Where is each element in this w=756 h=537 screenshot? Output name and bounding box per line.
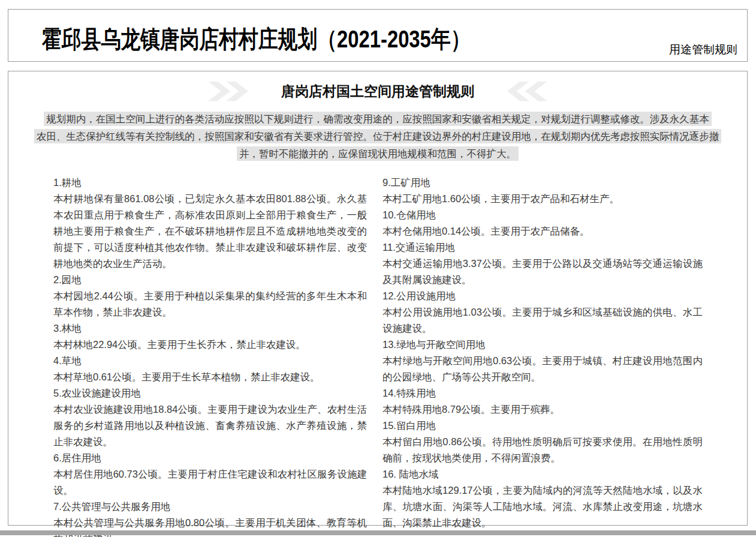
rule-item-body: 本村交通运输用地3.37公顷。主要用于公路以及交通场站等交通运输设施及其附属设施…	[382, 256, 703, 288]
rule-item-title: 6.居住用地	[53, 450, 367, 466]
rule-item-title: 13.绿地与开敞空间用地	[382, 337, 703, 353]
rule-item-title: 15.留白用地	[382, 418, 703, 434]
rule-item-body: 本村园地2.44公顷。主要用于种植以采集果的集约经营的多年生木本和草本作物，禁止…	[53, 288, 367, 320]
rule-item: 16. 陆地水域 本村陆地水域129.17公顷，主要为陆域内的河流等天然陆地水域…	[382, 466, 703, 531]
rule-item-body: 本村绿地与开敞空间用地0.63公顷。主要用于城镇、村庄建设用地范围内的公园绿地、…	[382, 353, 703, 385]
rule-item-title: 3.林地	[53, 320, 367, 337]
intro-line-text: 农田、生态保护红线等有关控制线的，按照国家和安徽省有关要求进行管控。位于村庄建设…	[34, 129, 722, 143]
rule-item: 12.公用设施用地 本村公用设施用地1.03公顷。主要用于城乡和区域基础设施的供…	[382, 288, 703, 337]
rule-item-body: 本村仓储用地0.14公顷。主要用于农产品储备。	[382, 223, 703, 239]
rule-item-title: 12.公用设施用地	[382, 288, 703, 304]
rule-item: 2.园地 本村园地2.44公顷。主要用于种植以采集果的集约经营的多年生木本和草本…	[53, 272, 367, 320]
rules-column-left: 1.耕地 本村耕地保有量861.08公顷，已划定永久基本农田801.88公顷。永…	[53, 175, 367, 537]
intro-line: 农田、生态保护红线等有关控制线的，按照国家和安徽省有关要求进行管控。位于村庄建设…	[8, 128, 747, 145]
rule-item-title: 4.草地	[53, 353, 367, 369]
intro-line-text: 并，暂时不能撤并的，应保留现状用地规模和范围，不得扩大。	[237, 146, 519, 161]
rule-item: 1.耕地 本村耕地保有量861.08公顷，已划定永久基本农田801.88公顷。永…	[53, 175, 367, 272]
section-heading-row: 唐岗店村国土空间用途管制规则	[8, 80, 747, 102]
intro-line: 并，暂时不能撤并的，应保留现状用地规模和范围，不得扩大。	[8, 145, 747, 163]
rule-item-body: 本村陆地水域129.17公顷，主要为陆域内的河流等天然陆地水域，以及水库、坑塘水…	[382, 482, 703, 531]
rule-item: 14.特殊用地 本村特殊用地8.79公顷。主要用于殡葬。	[382, 385, 703, 418]
rule-item: 4.草地 本村草地0.61公顷。主要用于生长草本植物，禁止非农建设。	[53, 353, 367, 385]
chevron-left-icon	[525, 82, 547, 101]
intro-line-text: 规划期内，在国土空间上进行的各类活动应按照以下规则进行，确需改变用途的，应按照国…	[44, 112, 712, 126]
intro-paragraph: 规划期内，在国土空间上进行的各类活动应按照以下规则进行，确需改变用途的，应按照国…	[8, 110, 747, 163]
rule-item: 3.林地 本村林地22.94公顷。主要用于生长乔木，禁止非农建设。	[53, 320, 367, 353]
rule-item-title: 16. 陆地水域	[382, 466, 703, 482]
rule-item-title: 2.园地	[53, 272, 367, 288]
intro-line: 规划期内，在国土空间上进行的各类活动应按照以下规则进行，确需改变用途的，应按照国…	[8, 110, 747, 128]
content-box: 唐岗店村国土空间用途管制规则 规划期内，在国土空间上进行的各类活动应按照以下规则…	[8, 71, 748, 526]
rule-item: 13.绿地与开敞空间用地 本村绿地与开敞空间用地0.63公顷。主要用于城镇、村庄…	[382, 337, 703, 385]
rule-item-title: 1.耕地	[53, 175, 367, 191]
rule-item-body: 本村农业设施建设用地18.84公顷。主要用于建设为农业生产、农村生活服务的乡村道…	[53, 401, 367, 450]
rule-item-body: 本村草地0.61公顷。主要用于生长草本植物，禁止非农建设。	[53, 369, 367, 385]
rule-item: 9.工矿用地 本村工矿用地1.60公顷，主要用于农产品和石材生产。	[382, 175, 703, 207]
rule-item-body: 本村居住用地60.73公顷。主要用于村庄住宅建设和农村社区服务设施建设。	[53, 466, 367, 499]
rule-item-title: 14.特殊用地	[382, 385, 703, 401]
header-box: 霍邱县乌龙镇唐岗店村村庄规划（2021-2035年） 用途管制规则	[8, 9, 748, 62]
rule-item-title: 11.交通运输用地	[382, 239, 703, 256]
rule-item: 5.农业设施建设用地 本村农业设施建设用地18.84公顷。主要用于建设为农业生产…	[53, 385, 367, 450]
rule-item: 11.交通运输用地 本村交通运输用地3.37公顷。主要用于公路以及交通场站等交通…	[382, 239, 703, 288]
rule-item-title: 7.公共管理与公共服务用地	[53, 499, 367, 515]
double-chevron-left-icon	[507, 82, 547, 101]
rule-item-body: 本村耕地保有量861.08公顷，已划定永久基本农田801.88公顷。永久基本农田…	[53, 191, 367, 272]
rule-item-title: 9.工矿用地	[382, 175, 703, 191]
rule-item-body: 本村工矿用地1.60公顷，主要用于农产品和石材生产。	[382, 191, 703, 207]
rule-item-title: 5.农业设施建设用地	[53, 385, 367, 401]
rules-columns: 1.耕地 本村耕地保有量861.08公顷，已划定永久基本农田801.88公顷。永…	[8, 175, 747, 537]
corner-label: 用途管制规则	[669, 42, 737, 58]
rule-item: 15.留白用地 本村留白用地0.86公顷。待用地性质明确后可按要求使用。在用地性…	[382, 418, 703, 466]
rule-item-body: 本村特殊用地8.79公顷。主要用于殡葬。	[382, 401, 703, 418]
footer-bar	[0, 530, 756, 535]
rule-item-title: 10.仓储用地	[382, 207, 703, 223]
rule-item: 6.居住用地 本村居住用地60.73公顷。主要用于村庄住宅建设和农村社区服务设施…	[53, 450, 367, 499]
rule-item-body: 本村林地22.94公顷。主要用于生长乔木，禁止非农建设。	[53, 337, 367, 353]
rule-item-body: 本村留白用地0.86公顷。待用地性质明确后可按要求使用。在用地性质明确前，按现状…	[382, 434, 703, 466]
rule-item: 10.仓储用地 本村仓储用地0.14公顷。主要用于农产品储备。	[382, 207, 703, 239]
rule-item-body: 本村公用设施用地1.03公顷。主要用于城乡和区域基础设施的供电、水工设施建设。	[382, 304, 703, 337]
chevron-right-icon	[208, 82, 230, 101]
section-heading: 唐岗店村国土空间用途管制规则	[281, 82, 474, 101]
double-chevron-right-icon	[208, 82, 248, 101]
rules-column-right: 9.工矿用地 本村工矿用地1.60公顷，主要用于农产品和石材生产。 10.仓储用…	[382, 175, 703, 537]
page-title: 霍邱县乌龙镇唐岗店村村庄规划（2021-2035年）	[42, 23, 470, 56]
